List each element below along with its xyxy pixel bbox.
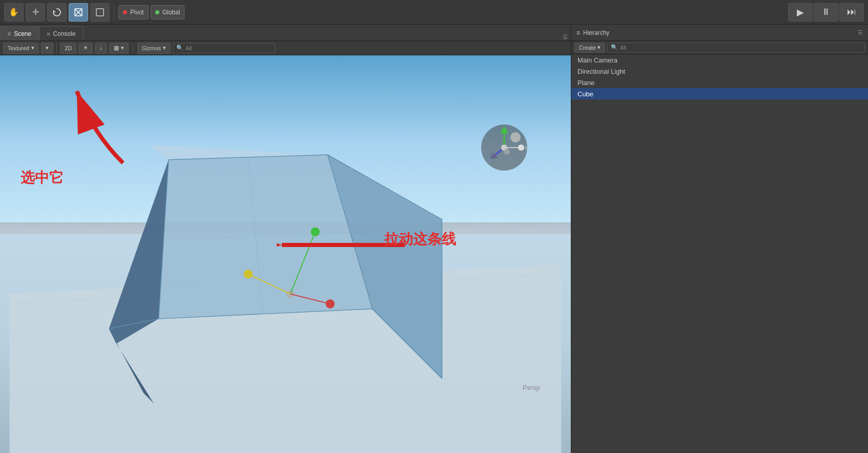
hierarchy-item-directional-light[interactable]: Directional Light [571, 66, 868, 77]
sun-icon: ☀ [83, 45, 88, 51]
move-tool-button[interactable]: ✛ [26, 3, 45, 22]
top-toolbar: ✋ ✛ Pivot Global ▶ ⏸ ⏭ [0, 0, 868, 25]
console-tab-icon: ≡ [47, 31, 50, 37]
svg-point-40 [510, 132, 521, 142]
scene-tab-icon: # [8, 31, 11, 37]
hierarchy-item-plane[interactable]: Plane [571, 77, 868, 88]
scene-toolbar: Textured ▾ ▾ 2D ☀ ♪ ▦ ▾ Gizmos [0, 41, 571, 55]
svg-point-41 [504, 149, 510, 155]
hierarchy-item-label: Directional Light [577, 68, 625, 75]
gizmos-button[interactable]: Gizmos ▾ [137, 43, 171, 54]
play-controls: ▶ ⏸ ⏭ [788, 3, 864, 22]
pivot-label: Pivot [130, 9, 144, 16]
fx-arrow: ▾ [121, 45, 124, 51]
hierarchy-item-label: Plane [577, 79, 594, 87]
persp-label: Persp [523, 384, 540, 392]
global-label: Global [162, 9, 180, 16]
textured-label: Textured [8, 45, 29, 51]
textured-arrow: ▾ [31, 45, 34, 51]
svg-rect-4 [96, 9, 104, 16]
svg-point-23 [326, 299, 335, 308]
step-button[interactable]: ⏭ [839, 3, 864, 22]
arrow-annotation-topleft [51, 81, 133, 173]
render-mode-arrow: ▾ [46, 45, 49, 51]
scene-toolbar-sep-2 [133, 44, 133, 53]
svg-text:x: x [525, 145, 527, 151]
hierarchy-list: Main Camera Directional Light Plane Cube [571, 54, 868, 453]
fx-button[interactable]: ▦ ▾ [109, 43, 129, 54]
pause-button[interactable]: ⏸ [814, 3, 838, 22]
create-arrow-icon: ▾ [597, 44, 601, 51]
audio-icon: ♪ [99, 45, 102, 51]
main-area: # Scene ≡ Console ☰ Textured ▾ ▾ 2D ☀ [0, 25, 868, 453]
tabs-bar: # Scene ≡ Console ☰ [0, 25, 571, 41]
fx-icon: ▦ [114, 45, 119, 51]
create-label: Create [579, 45, 596, 51]
svg-point-35 [518, 145, 524, 151]
rotate-tool-button[interactable] [47, 3, 67, 22]
toolbar-separator-1 [114, 5, 114, 20]
pivot-button[interactable]: Pivot [118, 5, 149, 19]
gizmos-arrow: ▾ [163, 45, 166, 51]
hierarchy-search-placeholder: All [620, 45, 626, 51]
render-mode-dropdown[interactable]: ▾ [41, 43, 53, 54]
scale-tool-button[interactable] [69, 3, 88, 22]
hierarchy-title-text: Hierarchy [583, 29, 609, 36]
viewport: 选中它 拉动这条线 [0, 55, 571, 453]
tab-scene[interactable]: # Scene [0, 26, 39, 40]
svg-text:z: z [488, 157, 490, 163]
arrow-annotation-center [277, 224, 410, 265]
scene-panel-menu[interactable]: ☰ [560, 34, 571, 40]
scene-search[interactable]: 🔍 All [173, 43, 275, 53]
hierarchy-search-icon: 🔍 [611, 44, 618, 51]
3d-gizmo[interactable]: z x [479, 122, 530, 173]
scene-tab-label: Scene [14, 30, 31, 37]
hierarchy-item-label: Cube [577, 90, 593, 98]
hierarchy-icon: ≡ [576, 29, 580, 36]
lighting-button[interactable]: ☀ [78, 43, 93, 54]
pivot-dot [123, 10, 127, 14]
hierarchy-item-cube[interactable]: Cube [571, 88, 868, 99]
textured-dropdown[interactable]: Textured ▾ [3, 43, 39, 54]
gizmos-label: Gizmos [142, 45, 161, 51]
tab-console[interactable]: ≡ Console [39, 26, 83, 40]
2d-button[interactable]: 2D [60, 43, 76, 54]
hand-tool-button[interactable]: ✋ [4, 3, 24, 22]
hierarchy-title: ≡ Hierarchy [576, 29, 609, 36]
hierarchy-item-label: Main Camera [577, 56, 617, 64]
play-button[interactable]: ▶ [788, 3, 813, 22]
hierarchy-search[interactable]: 🔍 All [607, 43, 865, 53]
scene-search-icon: 🔍 [176, 45, 183, 51]
global-button[interactable]: Global [151, 5, 185, 19]
scene-search-placeholder: All [185, 45, 192, 51]
svg-marker-0 [53, 10, 56, 12]
hierarchy-panel-header: ≡ Hierarchy ☰ [571, 25, 868, 41]
rect-tool-button[interactable] [90, 3, 110, 22]
create-button[interactable]: Create ▾ [574, 43, 605, 53]
audio-button[interactable]: ♪ [95, 43, 107, 54]
2d-label: 2D [65, 45, 72, 51]
right-panel: ≡ Hierarchy ☰ Create ▾ 🔍 All Main Camera… [571, 25, 868, 453]
console-tab-label: Console [53, 30, 76, 37]
global-dot [155, 10, 159, 14]
hierarchy-panel-menu[interactable]: ☰ [858, 29, 863, 36]
hierarchy-item-main-camera[interactable]: Main Camera [571, 54, 868, 66]
hierarchy-toolbar: Create ▾ 🔍 All [571, 41, 868, 54]
scene-area: # Scene ≡ Console ☰ Textured ▾ ▾ 2D ☀ [0, 25, 571, 453]
scene-toolbar-sep-1 [56, 44, 57, 53]
